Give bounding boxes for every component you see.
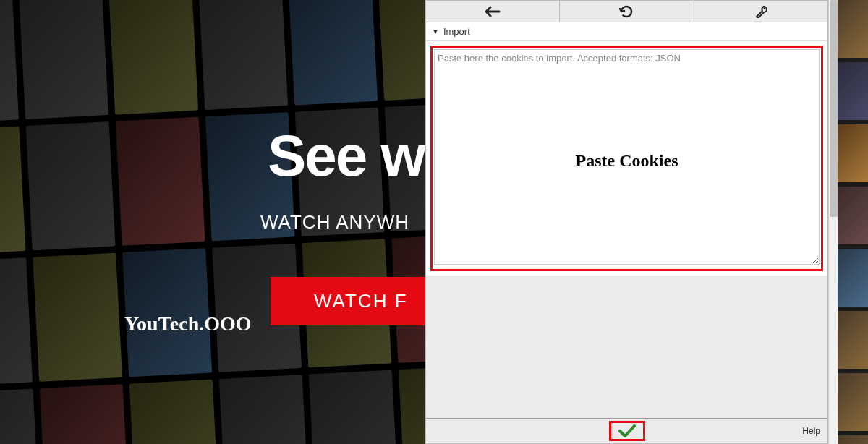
hero-content: See w WATCH ANYWH [268,123,425,234]
scrollbar-thumb[interactable] [830,0,838,217]
import-section-label: Import [443,26,470,37]
help-link[interactable]: Help [802,426,820,436]
settings-button[interactable] [694,1,827,22]
watermark-text: YouTech.OOO [124,312,252,336]
popup-scrollbar[interactable] [828,0,838,444]
collapse-arrow-icon: ▼ [432,27,439,35]
hero-title: See w [268,123,425,189]
import-area [426,41,827,276]
import-textarea[interactable] [434,49,820,265]
back-arrow-icon [485,6,501,17]
popup-footer: Help [426,418,827,443]
wrench-icon [754,5,767,18]
back-button[interactable] [426,1,560,22]
checkmark-icon [618,424,636,437]
popup-toolbar [426,1,827,22]
cookie-editor-popup: ▼ Import Paste Cookies Help [425,0,828,444]
refresh-button[interactable] [560,1,694,22]
popup-spacer [426,276,827,418]
import-textarea-highlight [430,46,823,271]
page-right-strip [838,0,868,444]
refresh-icon [619,4,634,19]
import-section-header[interactable]: ▼ Import [426,22,827,41]
hero-subtitle: WATCH ANYWH [260,211,425,234]
watch-free-button[interactable]: WATCH F [271,277,451,325]
confirm-import-button[interactable] [609,421,645,441]
